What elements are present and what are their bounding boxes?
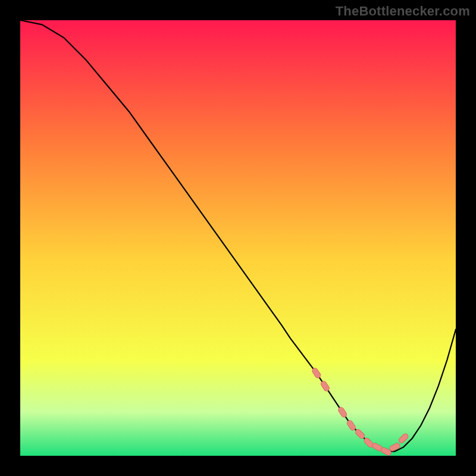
chart-container: TheBottlenecker.com bbox=[0, 0, 476, 476]
gradient-background bbox=[20, 20, 456, 456]
watermark-text: TheBottlenecker.com bbox=[336, 4, 470, 19]
bottleneck-chart-svg bbox=[20, 20, 456, 456]
plot-area bbox=[20, 20, 456, 456]
